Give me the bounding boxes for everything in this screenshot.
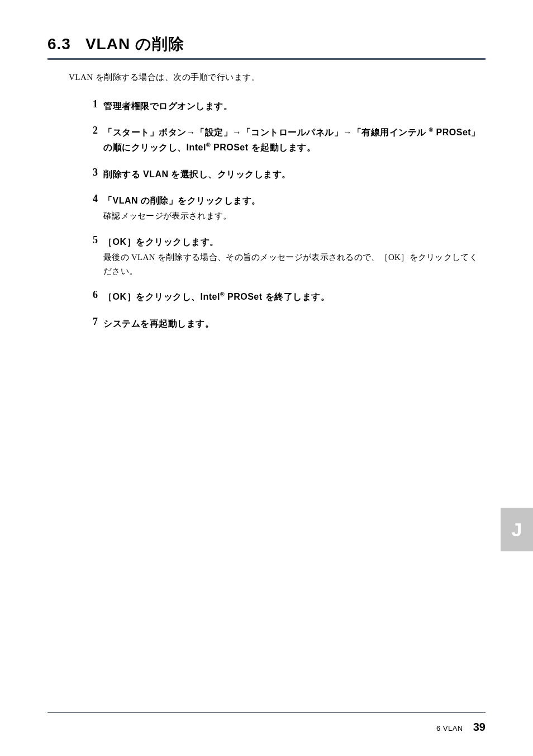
step-number: 5 [82,234,98,246]
section-title: VLAN の削除 [85,35,184,53]
step-desc: 最後の VLAN を削除する場合、その旨のメッセージが表示されるので、［OK］を… [103,251,486,278]
steps-list: 1 管理者権限でログオンします。 2 「スタート」ボタン→「設定」→「コントロー… [82,98,486,331]
step-item: 2 「スタート」ボタン→「設定」→「コントロールパネル」→「有線用インテル ® … [82,125,486,155]
section-number: 6.3 [47,35,71,53]
step-number: 4 [82,193,98,205]
step-title: システムを再起動します。 [103,316,486,331]
step-body: ［OK］をクリックし、Intel® PROSet を終了します。 [103,289,486,304]
step-title: 管理者権限でログオンします。 [103,98,486,114]
step-item: 4 「VLAN の削除」をクリックします。 確認メッセージが表示されます。 [82,193,486,223]
step-body: 「VLAN の削除」をクリックします。 確認メッセージが表示されます。 [103,193,486,223]
step-item: 6 ［OK］をクリックし、Intel® PROSet を終了します。 [82,289,486,304]
step-body: 削除する VLAN を選択し、クリックします。 [103,167,486,182]
step-number: 7 [82,316,98,328]
step-number: 1 [82,98,98,110]
step-title: ［OK］をクリックし、Intel® PROSet を終了します。 [103,289,486,304]
step-number: 3 [82,167,98,178]
side-tab: J [501,508,533,551]
section-heading: 6.3VLAN の削除 [47,34,486,60]
step-item: 1 管理者権限でログオンします。 [82,98,486,114]
page-footer: 6 VLAN 39 [47,712,486,734]
step-title: 「VLAN の削除」をクリックします。 [103,193,486,208]
footer-chapter: 6 VLAN [436,724,463,733]
step-number: 2 [82,125,98,136]
footer-page-number: 39 [473,721,486,734]
step-item: 7 システムを再起動します。 [82,316,486,331]
step-number: 6 [82,289,98,301]
step-desc: 確認メッセージが表示されます。 [103,209,486,223]
step-body: 「スタート」ボタン→「設定」→「コントロールパネル」→「有線用インテル ® PR… [103,125,486,155]
step-body: 管理者権限でログオンします。 [103,98,486,114]
intro-text: VLAN を削除する場合は、次の手順で行います。 [69,72,486,83]
step-body: ［OK］をクリックします。 最後の VLAN を削除する場合、その旨のメッセージ… [103,234,486,278]
step-body: システムを再起動します。 [103,316,486,331]
step-item: 3 削除する VLAN を選択し、クリックします。 [82,167,486,182]
step-title: 削除する VLAN を選択し、クリックします。 [103,167,486,182]
step-item: 5 ［OK］をクリックします。 最後の VLAN を削除する場合、その旨のメッセ… [82,234,486,278]
step-title: 「スタート」ボタン→「設定」→「コントロールパネル」→「有線用インテル ® PR… [103,125,486,155]
step-title: ［OK］をクリックします。 [103,234,486,249]
